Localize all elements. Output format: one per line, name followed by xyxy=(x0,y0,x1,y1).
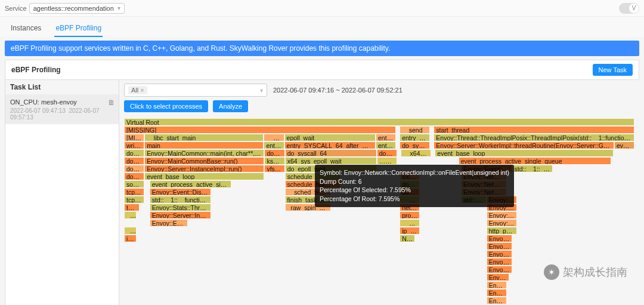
time-range: 2022-06-07 09:47:16 ~ 2022-06-07 09:52:2… xyxy=(273,87,402,94)
chevron-down-icon: ▾ xyxy=(117,5,120,11)
flame-cell[interactable]: Envoy::MainCommonBase::run() xyxy=(144,157,264,165)
flame-cell[interactable]: ip_rcv xyxy=(400,227,420,235)
flame-cell[interactable]: Envoy… xyxy=(487,235,512,242)
flame-cell[interactable]: En… xyxy=(487,281,507,289)
flame-cell[interactable]: ip_… xyxy=(124,235,137,242)
flame-cell[interactable]: Envoy::Server::InstanceImpl::run() xyxy=(144,165,264,172)
flame-cell[interactable]: Envo… xyxy=(487,273,510,281)
task-item[interactable]: ON_CPU: mesh-envoy 2022-06-07 09:47:13 2… xyxy=(5,95,119,124)
flame-cell[interactable]: writev xyxy=(124,141,144,149)
flame-cell[interactable]: Envoy::Stats::Threa… xyxy=(150,204,211,211)
flame-cell[interactable]: do_ite… xyxy=(124,165,144,172)
flame-cell[interactable]: Envoy::H… xyxy=(487,211,517,219)
flame-cell[interactable]: __libc_start_main xyxy=(144,134,264,141)
flame-cell[interactable]: do_sy… xyxy=(124,157,144,165)
flame-cell[interactable]: [MISS… xyxy=(124,134,144,141)
view-toggle[interactable] xyxy=(619,3,639,14)
flame-cell[interactable]: event_base_loop xyxy=(144,172,264,180)
flame-cell[interactable]: vfs_… xyxy=(264,165,284,172)
flame-cell[interactable]: start_thread xyxy=(434,126,634,134)
flame-cell[interactable]: __x64… xyxy=(401,149,431,157)
flame-cell[interactable]: do_writ… xyxy=(124,149,144,157)
task-sidebar: Task List ON_CPU: mesh-envoy 2022-06-07 … xyxy=(5,80,119,305)
flame-cell[interactable]: Envoy… xyxy=(487,266,512,273)
flame-cell[interactable]: eve… xyxy=(614,141,634,149)
filter-tag-all[interactable]: All× xyxy=(128,86,147,94)
flame-cell[interactable]: proces… xyxy=(400,211,420,219)
flame-cell[interactable]: Envoy… xyxy=(487,242,512,250)
flame-cell[interactable]: main xyxy=(144,141,264,149)
task-dates: 2022-06-07 09:47:13 2022-06-07 09:57:13 xyxy=(10,107,114,121)
flame-cell[interactable]: entry_… xyxy=(264,141,284,149)
wechat-icon: ✶ xyxy=(544,264,559,280)
flame-cell[interactable]: __send xyxy=(400,126,430,134)
flame-cell[interactable]: Envoy::Event::Dispat… xyxy=(150,188,211,196)
flame-cell[interactable]: __t… xyxy=(124,211,137,219)
flame-cell[interactable]: Envoy::Server::WorkerImpl::threadRoutine… xyxy=(434,141,614,149)
flame-cell[interactable]: do_ite… xyxy=(124,172,144,180)
linked-icon: 🗎 xyxy=(108,98,115,107)
watermark: ✶ 架构成长指南 xyxy=(544,264,627,280)
flame-cell[interactable]: entry_… xyxy=(400,134,430,141)
flame-cell[interactable]: Virtual Root xyxy=(124,118,634,126)
flame-cell[interactable]: epoll_wait xyxy=(284,134,376,141)
analyze-button[interactable]: Analyze xyxy=(213,100,248,112)
flame-cell[interactable]: event_base_loop xyxy=(435,149,614,157)
flame-tooltip: Symbol: Envoy::Network::ConnectionImpl::… xyxy=(315,165,514,207)
task-name: ON_CPU: mesh-envoy xyxy=(10,98,114,106)
flame-cell[interactable]: …sys… xyxy=(377,157,397,165)
chevron-down-icon: ▾ xyxy=(260,87,263,94)
flame-cell[interactable]: std::__1::__fu… xyxy=(512,165,553,172)
flame-cell[interactable]: Envoy::Server::Insta… xyxy=(150,211,211,219)
flame-cell[interactable]: entry_… xyxy=(376,141,396,149)
flame-cell[interactable]: entry_… xyxy=(376,134,396,141)
flame-cell[interactable]: __i… xyxy=(124,227,137,235)
flame-cell[interactable]: tcp_… xyxy=(124,204,140,211)
flame-cell[interactable]: sock_… xyxy=(124,180,144,188)
flame-cell[interactable]: Envoy… xyxy=(487,250,512,258)
flame-cell[interactable]: std::__1::__function… xyxy=(150,196,211,204)
flame-cell[interactable]: do_sy… xyxy=(400,141,430,149)
flame-cell[interactable]: event_process_active_single_… xyxy=(150,180,231,188)
close-icon[interactable]: × xyxy=(140,87,144,94)
flame-cell[interactable]: En… xyxy=(487,297,507,304)
filter-select[interactable]: All× ▾ xyxy=(124,84,267,97)
select-processes-button[interactable]: Click to select processes xyxy=(124,100,208,112)
flame-cell[interactable]: ksys_… xyxy=(264,157,284,165)
tab-instances[interactable]: Instances xyxy=(10,20,42,37)
flame-cell[interactable]: do_sy… xyxy=(264,149,284,157)
flame-cell[interactable]: do_sy… xyxy=(377,149,397,157)
service-selector[interactable]: agentless::recommendation ▾ xyxy=(29,3,125,14)
flame-cell[interactable]: En… xyxy=(487,289,507,297)
task-list-title: Task List xyxy=(5,80,119,95)
flame-cell[interactable]: x64_sys_epoll_wait xyxy=(285,157,377,165)
flame-cell[interactable]: __write xyxy=(264,134,284,141)
flame-cell[interactable]: [MISSING] xyxy=(124,126,396,134)
flame-cell[interactable]: Envoy::Thread::ThreadImplPosix::ThreadIm… xyxy=(434,134,634,141)
flame-cell[interactable]: Envoy… xyxy=(487,258,512,266)
flame-cell[interactable]: tcp_se… xyxy=(124,196,144,204)
service-value: agentless::recommendation xyxy=(33,5,114,12)
tab-ebpf-profiling[interactable]: eBPF Profiling xyxy=(54,20,103,37)
flame-cell[interactable]: http_pars… xyxy=(487,227,517,235)
flame-cell[interactable]: tcp_se… xyxy=(124,188,144,196)
section-title: eBPF Profiling xyxy=(11,66,61,74)
flame-cell[interactable]: Envoy::H… xyxy=(487,219,517,227)
flame-cell[interactable]: Envoy::MainCommon::main(int, char**, std… xyxy=(144,149,264,157)
flame-cell[interactable]: entry_SYSCALL_64_after_… xyxy=(284,141,376,149)
flame-cell[interactable]: __neti… xyxy=(400,219,420,227)
flame-cell[interactable]: NF… xyxy=(400,235,415,242)
info-banner: eBPF Profiling support services written … xyxy=(5,41,639,56)
new-task-button[interactable]: New Task xyxy=(593,64,633,76)
flame-cell[interactable]: Envoy::Exte… xyxy=(150,219,188,227)
flame-cell[interactable]: event_process_active_single_queue xyxy=(459,157,612,165)
service-label: Service xyxy=(5,5,27,12)
flame-cell[interactable]: do_syscall_64 xyxy=(285,149,377,157)
